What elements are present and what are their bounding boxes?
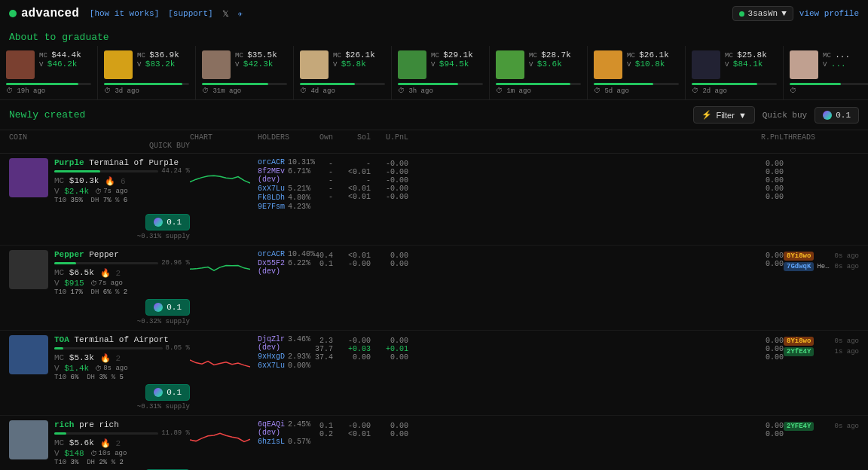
quick-buy-cell: 0.1 ~0.30% supply [9, 466, 190, 470]
grad-section-title: About to graduate [0, 27, 868, 46]
filter-chevron: ▼ [738, 111, 747, 120]
upnl-value: -0.00 [371, 193, 408, 201]
logo: advanced [9, 7, 79, 20]
thread-time: 0s ago [835, 263, 859, 270]
grad-card[interactable]: MC $44.4k V $46.2k ⏱ 19h ago [0, 46, 98, 99]
x-icon[interactable]: 𝕏 [222, 9, 229, 19]
rpnl-value: 0.00 [408, 260, 784, 268]
holder-address[interactable]: 9xHxgD [258, 352, 285, 361]
logo-dot [9, 10, 17, 17]
own-cell: 40.40.1 [299, 250, 333, 268]
quick-buy-button[interactable]: 0.1 [145, 299, 190, 316]
table-row[interactable]: Pepper Pepper 20.96 % MC $6.5k 🔥 2 V $91… [0, 246, 868, 331]
quick-buy-button[interactable]: 0.1 [145, 214, 190, 230]
upnl-value: -0.00 [371, 168, 408, 176]
grad-card[interactable]: MC $26.1k V $10.8k ⏱ 5d ago [588, 46, 686, 99]
upnl-cell: -0.00-0.00-0.00-0.00-0.00 [371, 158, 408, 201]
online-indicator [739, 11, 744, 17]
thread-badge[interactable]: 2YFE4Y [784, 422, 814, 431]
threads-cell [784, 158, 859, 160]
quick-buy-cell: 0.1 ~0.31% supply [9, 211, 190, 240]
col-coin: COIN [9, 133, 190, 142]
holder-address[interactable]: orcACR [258, 158, 285, 166]
grad-card[interactable]: MC $26.1k V $5.8k ⏱ 4d ago [294, 46, 392, 99]
thread-badge[interactable]: 7GdwqK [784, 262, 814, 271]
thread-badge[interactable]: 8Yi8wo [784, 337, 814, 346]
table-row[interactable]: TOA Terminal of Airport 8.05 % MC $5.3k … [0, 331, 868, 416]
own-value: 0.1 [299, 260, 333, 268]
upnl-cell: 0.00+0.010.00 [371, 335, 408, 362]
sol-value: - [333, 160, 371, 168]
holder-address[interactable]: 9E7Fsm [258, 203, 285, 211]
rpnl-cell: 0.000.000.000.000.00 [408, 158, 784, 201]
upnl-cell: 0.000.00 [371, 420, 408, 438]
grad-card[interactable]: MC $29.1k V $94.5k ⏱ 3h ago [392, 46, 490, 99]
chart-cell [190, 158, 258, 194]
coin-rows: Purple Terminal of Purple 44.24 % MC $10… [0, 154, 868, 470]
holder-address[interactable]: 6xX7Lu [258, 362, 285, 370]
sol-value: <0.01 [333, 185, 371, 193]
holders-cell: orcACR10.31%8f2MEv (dev)6.71%6xX7Lu5.21%… [258, 158, 299, 211]
sol-icon [154, 388, 163, 397]
own-value: 0.2 [299, 430, 333, 438]
sol-value: <0.01 [333, 168, 371, 176]
telegram-icon[interactable]: ✈ [238, 9, 243, 19]
own-value: 37.7 [299, 345, 333, 353]
upnl-value: -0.00 [371, 160, 408, 168]
grad-card[interactable]: MC $35.5k V $42.3k ⏱ 31m ago [196, 46, 294, 99]
thread-row: 2YfE4Y 1s ago [784, 347, 859, 356]
rpnl-value: 0.00 [408, 193, 784, 201]
holder-address[interactable]: 6hz1sL [258, 438, 285, 446]
thread-badge[interactable]: 8Yi8wo [784, 252, 814, 261]
sol-value: <0.01 [333, 193, 371, 201]
qb-supply: ~0.31% supply [137, 233, 190, 240]
upnl-value: 0.00 [371, 337, 408, 345]
sol-cell: -0.00+0.030.00 [333, 335, 371, 362]
holder-address[interactable]: 8f2MEv (dev) [258, 167, 285, 184]
holder-row: orcACR10.40% [258, 250, 299, 258]
chart-cell [190, 250, 258, 285]
thread-badge[interactable]: 2YfE4Y [784, 347, 814, 356]
holder-address[interactable]: Fk8LDh [258, 194, 285, 202]
thread-time: 0s ago [835, 423, 859, 430]
app-title: advanced [21, 7, 79, 20]
thread-row: 8Yi8wo 0s ago [784, 252, 859, 261]
qb-supply: ~0.31% supply [137, 403, 190, 410]
holder-address[interactable]: Dx55F2 (dev) [258, 259, 285, 276]
holder-address[interactable]: 6qEAQi (dev) [258, 420, 285, 437]
table-row[interactable]: Purple Terminal of Purple 44.24 % MC $10… [0, 154, 868, 246]
table-row[interactable]: rich pre rich 11.89 % MC $5.6k 🔥 2 V $14… [0, 416, 868, 470]
upnl-value: 0.00 [371, 422, 408, 430]
dropdown-chevron: ▼ [781, 9, 787, 18]
upnl-value: 0.00 [371, 260, 408, 268]
thread-time: 0s ago [835, 337, 859, 345]
newly-title: Newly created [9, 109, 686, 121]
sol-value: -0.00 [333, 337, 371, 345]
rpnl-value: 0.00 [408, 353, 784, 362]
sol-icon [823, 111, 832, 120]
holder-row: orcACR10.31% [258, 158, 299, 166]
grad-card[interactable]: MC $36.9k V $83.2k ⏱ 3d ago [98, 46, 196, 99]
quick-buy-button[interactable]: 0.1 [145, 384, 190, 401]
grad-card[interactable]: MC ... V ... ⏱ [784, 46, 868, 99]
how-it-works-link[interactable]: [how it works] [90, 9, 159, 19]
threads-cell: 8Yi8wo 0s ago 2YfE4Y 1s ago [784, 335, 859, 356]
holder-row: 9E7Fsm4.23% [258, 203, 299, 211]
support-link[interactable]: [support] [168, 9, 212, 19]
holder-address[interactable]: 6xX7Lu [258, 185, 285, 193]
grad-card[interactable]: MC $28.7k V $3.6k ⏱ 1m ago [490, 46, 588, 99]
holder-address[interactable]: orcACR [258, 250, 285, 258]
rpnl-value: 0.00 [408, 345, 784, 353]
user-badge[interactable]: 3sasWn ▼ [732, 6, 793, 21]
holder-address[interactable]: DjqZlr (dev) [258, 335, 285, 352]
grad-card[interactable]: MC $25.8k V $84.1k ⏱ 2d ago [686, 46, 784, 99]
filter-button[interactable]: ⚡ Filter ▼ [693, 106, 754, 124]
newly-section: Newly created ⚡ Filter ▼ Quick buy 0.1 C… [0, 100, 868, 470]
upnl-value: -0.00 [371, 185, 408, 193]
view-profile-link[interactable]: view profile [799, 9, 859, 18]
qb-amount: 0.1 [167, 218, 182, 227]
upnl-value: -0.00 [371, 176, 408, 185]
own-cell: 0.10.2 [299, 420, 333, 438]
thread-row: 8Yi8wo 0s ago [784, 337, 859, 346]
coin-cell: Purple Terminal of Purple 44.24 % MC $10… [9, 158, 190, 204]
